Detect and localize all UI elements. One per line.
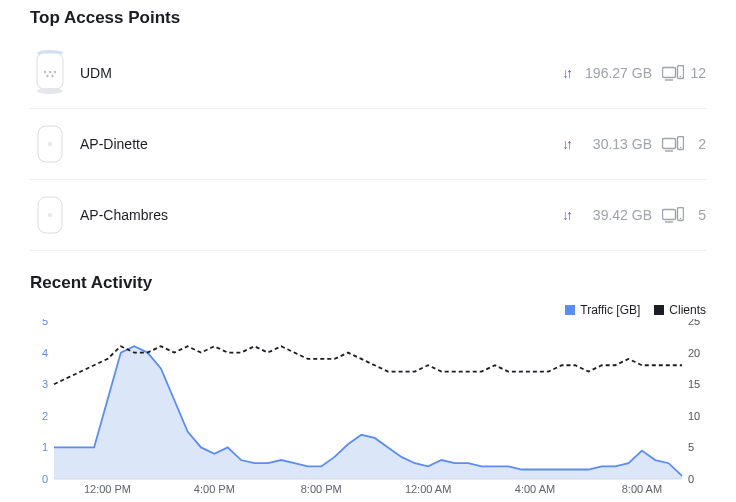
svg-text:4:00 AM: 4:00 AM	[515, 483, 555, 495]
svg-text:20: 20	[688, 347, 700, 359]
ap-stats: ↓↑ 30.13 GB 2	[562, 136, 706, 152]
svg-text:5: 5	[42, 319, 48, 327]
section-title-recent: Recent Activity	[30, 273, 706, 293]
svg-text:0: 0	[42, 473, 48, 485]
svg-rect-8	[663, 68, 676, 78]
ap-row[interactable]: AP-Chambres ↓↑ 39.42 GB 5	[30, 180, 706, 251]
client-devices-icon	[662, 207, 684, 223]
svg-text:0: 0	[688, 473, 694, 485]
ap-client-icon	[662, 65, 684, 81]
legend-label-traffic: Traffic [GB]	[580, 303, 640, 317]
traffic-arrows-icon: ↓↑	[562, 65, 572, 81]
svg-text:10: 10	[688, 410, 700, 422]
svg-rect-14	[663, 139, 676, 149]
ap-row[interactable]: AP-Dinette ↓↑ 30.13 GB 2	[30, 109, 706, 180]
legend-item-clients: Clients	[654, 303, 706, 317]
ap-client-icon	[662, 136, 684, 152]
uap-device-icon	[36, 124, 64, 164]
ap-name: UDM	[70, 65, 562, 81]
client-devices-icon	[662, 65, 684, 81]
legend-item-traffic: Traffic [GB]	[565, 303, 640, 317]
svg-point-6	[46, 75, 48, 77]
svg-text:8:00 PM: 8:00 PM	[301, 483, 342, 495]
traffic-swatch-icon	[565, 305, 575, 315]
uap-device-icon	[36, 195, 64, 235]
svg-text:4: 4	[42, 347, 48, 359]
ap-client-icon	[662, 207, 684, 223]
client-devices-icon	[662, 136, 684, 152]
ap-device-icon	[30, 124, 70, 164]
svg-point-4	[49, 71, 51, 73]
svg-point-2	[37, 88, 63, 94]
svg-point-13	[48, 142, 52, 146]
ap-traffic-value: 39.42 GB	[578, 207, 652, 223]
svg-point-23	[680, 218, 682, 220]
svg-rect-20	[663, 210, 676, 220]
ap-list: UDM ↓↑ 196.27 GB 12 AP-Dinette ↓↑ 30.13 …	[30, 38, 706, 251]
svg-point-19	[48, 213, 52, 217]
svg-text:3: 3	[42, 378, 48, 390]
ap-stats: ↓↑ 196.27 GB 12	[562, 65, 706, 81]
svg-text:5: 5	[688, 441, 694, 453]
ap-client-count: 12	[690, 65, 706, 81]
svg-text:25: 25	[688, 319, 700, 327]
svg-text:2: 2	[42, 410, 48, 422]
ap-stats: ↓↑ 39.42 GB 5	[562, 207, 706, 223]
ap-device-icon	[30, 195, 70, 235]
udm-device-icon	[35, 50, 65, 96]
ap-client-count: 5	[690, 207, 706, 223]
svg-point-5	[54, 71, 56, 73]
ap-device-icon	[30, 50, 70, 96]
chart-legend: Traffic [GB] Clients	[30, 303, 706, 317]
ap-name: AP-Dinette	[70, 136, 562, 152]
ap-traffic-value: 30.13 GB	[578, 136, 652, 152]
svg-text:1: 1	[42, 441, 48, 453]
clients-swatch-icon	[654, 305, 664, 315]
section-title-top-aps: Top Access Points	[30, 8, 706, 28]
ap-name: AP-Chambres	[70, 207, 562, 223]
svg-text:12:00 PM: 12:00 PM	[84, 483, 131, 495]
svg-text:15: 15	[688, 378, 700, 390]
legend-label-clients: Clients	[669, 303, 706, 317]
traffic-arrows-icon: ↓↑	[562, 207, 572, 223]
traffic-arrows-icon: ↓↑	[562, 136, 572, 152]
ap-row[interactable]: UDM ↓↑ 196.27 GB 12	[30, 38, 706, 109]
svg-point-11	[680, 76, 682, 78]
svg-point-17	[680, 147, 682, 149]
svg-text:8:00 AM: 8:00 AM	[622, 483, 662, 495]
ap-traffic-value: 196.27 GB	[578, 65, 652, 81]
recent-activity-chart: 012345051015202512:00 PM4:00 PM8:00 PM12…	[30, 319, 706, 495]
svg-point-3	[44, 71, 46, 73]
ap-client-count: 2	[690, 136, 706, 152]
svg-text:4:00 PM: 4:00 PM	[194, 483, 235, 495]
svg-text:12:00 AM: 12:00 AM	[405, 483, 451, 495]
svg-point-7	[51, 75, 53, 77]
